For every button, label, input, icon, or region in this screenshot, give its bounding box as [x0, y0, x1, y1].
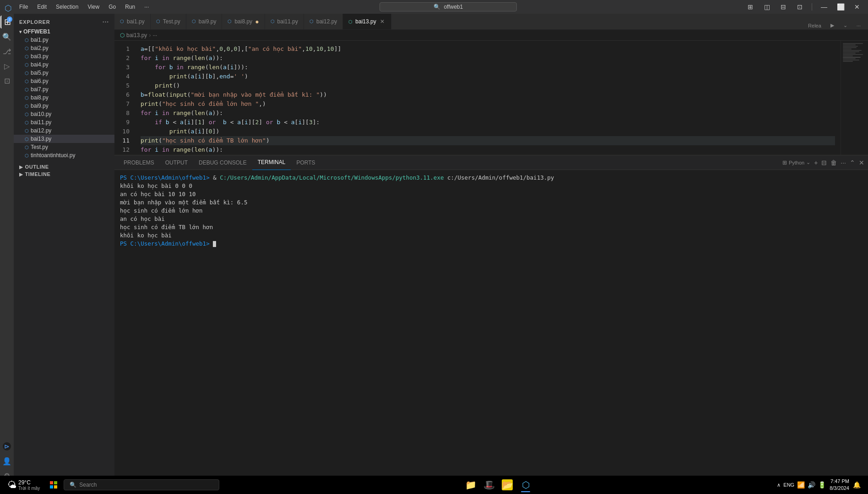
tab-test[interactable]: ⬡ Test.py — [151, 14, 186, 29]
chevron-right-icon: ▶ — [19, 172, 23, 177]
code-line-4: print(a[i][b],end=' ') — [141, 72, 835, 81]
tab-bai12[interactable]: ⬡ bai12.py — [304, 14, 343, 29]
file-manager-icon: 📂 — [502, 479, 513, 490]
sidebar-item-bai9[interactable]: ⬡ bai9.py — [14, 102, 114, 110]
sidebar-item-bai13[interactable]: ⬡ bai13.py — [14, 135, 114, 143]
account-activity-icon[interactable]: 👤 — [0, 455, 13, 467]
tab-debug-console[interactable]: DEBUG CONSOLE — [193, 155, 252, 170]
timeline-section[interactable]: ▶ TIMELINE — [14, 170, 114, 178]
relea-btn[interactable]: Relea — [804, 22, 825, 29]
tab-problems[interactable]: PROBLEMS — [118, 155, 160, 170]
menu-go[interactable]: Go — [105, 3, 119, 11]
line-num-1: 1 — [114, 44, 130, 54]
add-terminal-icon[interactable]: + — [814, 159, 818, 166]
menu-view[interactable]: View — [84, 3, 103, 11]
more-terminal-icon[interactable]: ··· — [841, 159, 846, 166]
source-control-badge: 2 — [7, 16, 12, 22]
titlebar-search-box[interactable]: 🔍 offweb1 — [380, 2, 517, 11]
remote-activity-icon[interactable]: ⊳ — [0, 440, 13, 453]
python-tab-icon: ⬡ — [348, 19, 353, 24]
sidebar-item-bai12[interactable]: ⬡ bai12.py — [14, 126, 114, 135]
sidebar-item-bai11[interactable]: ⬡ bai11.py — [14, 118, 114, 126]
chevron-down-icon: ⌄ — [806, 159, 810, 165]
menu-file[interactable]: File — [16, 3, 32, 11]
run-debug-activity-icon[interactable]: ▷ — [0, 60, 13, 72]
sidebar-item-tinhtoantinhtuoi[interactable]: ⬡ tinhtoantinhtuoi.py — [14, 151, 114, 159]
remote-icon: ⊳ — [3, 442, 11, 450]
taskbar-explorer-app[interactable]: 📁 — [462, 477, 479, 493]
weather-widget[interactable]: 🌤 29°C Trời ít mây — [4, 479, 43, 491]
panel-icon[interactable]: ⊡ — [793, 0, 806, 13]
account-icon: 👤 — [2, 457, 11, 466]
trash-icon[interactable]: 🗑 — [830, 159, 837, 166]
breadcrumb-more[interactable]: ··· — [152, 32, 157, 38]
split-terminal-icon[interactable]: ⊟ — [821, 159, 827, 166]
wifi-icon[interactable]: 📶 — [797, 481, 805, 489]
terminal-line-6: học sinh có điểm TB lớn hơn — [120, 223, 863, 231]
close-button[interactable]: ✕ — [851, 0, 863, 13]
terminal-content[interactable]: PS C:\Users\Admin\offweb1> & C:/Users/Ad… — [114, 170, 868, 252]
battery-icon[interactable]: 🔋 — [818, 481, 826, 489]
sidebar: EXPLORER ··· ▾ OFFWEB1 ⬡ bai1.py ⬡ bai2.… — [14, 14, 114, 484]
sidebar-item-bai4[interactable]: ⬡ bai4.py — [14, 60, 114, 69]
extensions-activity-icon[interactable]: ⊡ — [0, 74, 13, 87]
sidebar-item-bai2[interactable]: ⬡ bai2.py — [14, 44, 114, 52]
start-button[interactable] — [45, 477, 62, 493]
code-panel: 1 2 3 4 5 6 7 8 9 10 11 12 13 14 — [114, 41, 868, 155]
menu-selection[interactable]: Selection — [52, 3, 82, 11]
up-arrow-icon[interactable]: ∧ — [777, 482, 781, 488]
notification-icon[interactable]: 🔔 — [853, 481, 861, 489]
tab-bai8[interactable]: ⬡ bai8.py ● — [222, 14, 265, 29]
tab-terminal[interactable]: TERMINAL — [252, 155, 291, 170]
taskbar-clock[interactable]: 7:47 PM 8/3/2024 — [830, 478, 849, 492]
tab-bai1[interactable]: ⬡ bai1.py — [114, 14, 151, 29]
chevron-up-icon[interactable]: ⌃ — [850, 159, 855, 166]
sidebar-more-icon[interactable]: ··· — [103, 18, 109, 26]
breadcrumb-file[interactable]: bai13.py — [126, 32, 147, 38]
source-control-activity-icon[interactable]: ⎇ — [0, 45, 13, 58]
split-editor-btn[interactable]: ⌄ — [840, 22, 851, 29]
sidebar-item-bai1[interactable]: ⬡ bai1.py — [14, 36, 114, 44]
tab-bai13[interactable]: ⬡ bai13.py ✕ — [343, 14, 391, 29]
python-file-icon: ⬡ — [25, 79, 29, 84]
language-indicator[interactable]: ENG — [783, 482, 794, 488]
taskbar-search-box[interactable]: 🔍 Search — [64, 479, 219, 490]
explorer-activity-icon[interactable]: ⊞ 2 — [0, 16, 13, 28]
taskbar-browser-app[interactable]: 📂 — [499, 477, 515, 493]
layout2-icon[interactable]: ⊟ — [777, 0, 790, 13]
sidebar-item-bai10[interactable]: ⬡ bai10.py — [14, 110, 114, 118]
minimize-button[interactable]: — — [818, 0, 830, 13]
restore-button[interactable]: ⬜ — [834, 0, 847, 13]
tab-bai9[interactable]: ⬡ bai9.py — [186, 14, 222, 29]
sidebar-item-bai3[interactable]: ⬡ bai3.py — [14, 52, 114, 60]
taskbar: 🌤 29°C Trời ít mây 🔍 Search 📁 🎩 📂 ⬡ — [0, 476, 868, 494]
close-panel-icon[interactable]: ✕ — [859, 159, 864, 166]
tab-bai11[interactable]: ⬡ bai11.py — [265, 14, 304, 29]
sidebar-item-bai7[interactable]: ⬡ bai7.py — [14, 85, 114, 93]
sidebar-item-bai5[interactable]: ⬡ bai5.py — [14, 69, 114, 77]
taskbar-hat-app[interactable]: 🎩 — [481, 477, 497, 493]
layout-icon[interactable]: ⊞ — [744, 0, 757, 13]
menu-edit[interactable]: Edit — [33, 3, 50, 11]
split-icon[interactable]: ◫ — [760, 0, 773, 13]
tab-close-icon[interactable]: ✕ — [379, 18, 385, 25]
code-line-8: for i in range(len(a)): — [141, 109, 835, 118]
python-file-icon: ⬡ — [25, 38, 29, 43]
code-editor[interactable]: a=[["khôi ko học bài",0,0,0],["an có học… — [135, 41, 841, 155]
tab-ports[interactable]: PORTS — [291, 155, 320, 170]
taskbar-vscode-app[interactable]: ⬡ — [517, 477, 534, 493]
outline-section[interactable]: ▶ OUTLINE — [14, 163, 114, 170]
menu-more[interactable]: ··· — [141, 3, 152, 11]
sidebar-item-bai8[interactable]: ⬡ bai8.py — [14, 93, 114, 102]
tab-output[interactable]: OUTPUT — [160, 155, 193, 170]
sidebar-item-test[interactable]: ⬡ Test.py — [14, 143, 114, 151]
sidebar-item-bai6[interactable]: ⬡ bai6.py — [14, 77, 114, 85]
volume-icon[interactable]: 🔊 — [808, 481, 815, 489]
search-activity-icon[interactable]: 🔍 — [0, 30, 13, 43]
sidebar-root-folder[interactable]: ▾ OFFWEB1 — [14, 27, 114, 36]
search-icon: 🔍 — [2, 33, 11, 41]
run-btn[interactable]: ▶ — [827, 22, 838, 29]
menu-run[interactable]: Run — [121, 3, 139, 11]
more-actions-btn[interactable]: ··· — [853, 22, 864, 29]
terminal-line-4: học sinh có điểm lớn hơn — [120, 207, 863, 215]
